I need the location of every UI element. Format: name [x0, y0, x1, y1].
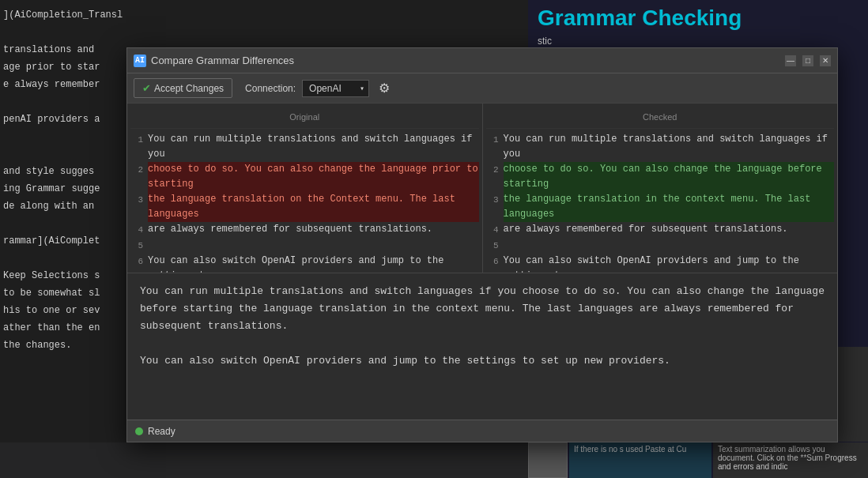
original-header: Original — [130, 108, 479, 129]
bg-line: ing Grammar sugge — [3, 180, 123, 198]
diff-line-chk-2: 2 choose to do so. You can also change t… — [486, 162, 835, 192]
diff-line-orig-6: 6 You can also switch OpenAI providers a… — [130, 254, 479, 273]
settings-button[interactable]: ⚙ — [376, 79, 393, 97]
close-button[interactable]: ✕ — [820, 55, 831, 66]
minimize-button[interactable]: — — [785, 55, 796, 66]
bg-line — [3, 215, 123, 232]
bg-line: ](AiCompletion_Translation.png) — [3, 6, 123, 24]
bottom-blue-panel: If there is no s used Paste at Cu — [569, 442, 711, 478]
connection-select-wrapper[interactable]: OpenAI Anthropic Local — [302, 80, 369, 97]
bg-line: de along with an — [3, 198, 123, 215]
diff-area: Original 1 You can run multiple translat… — [127, 104, 837, 273]
bg-line: age prior to star — [3, 58, 123, 76]
right-panel-title: Grammar Checking — [538, 6, 859, 27]
bottom-thumbnail — [528, 442, 568, 478]
connection-label: Connection: — [245, 83, 296, 94]
bg-line: rammar](AiComplet — [3, 232, 123, 250]
diff-line-chk-5: 5 — [486, 238, 835, 254]
diff-line-orig-5: 5 — [130, 238, 479, 254]
bg-line: Keep Selections s — [3, 267, 123, 284]
diff-panel-original: Original 1 You can run multiple translat… — [127, 104, 483, 273]
diff-panel-checked: Checked 1 You can run multiple translati… — [483, 104, 838, 273]
bg-line: the changes. — [3, 337, 123, 354]
diff-line-chk-6: 6 You can also switch OpenAI providers a… — [486, 254, 835, 273]
background-editor-left: ](AiCompletion_Translation.png) translat… — [0, 0, 126, 478]
bg-line: e always remember — [3, 76, 123, 93]
status-indicator — [135, 427, 143, 435]
bg-line — [3, 250, 123, 267]
accept-changes-button[interactable]: ✔ Accept Changes — [134, 78, 232, 98]
bg-line: his to one or sev — [3, 302, 123, 319]
bottom-right-panel: Text summarization allows you document. … — [713, 442, 868, 478]
connection-select[interactable]: OpenAI Anthropic Local — [302, 80, 369, 97]
window-controls: — □ ✕ — [785, 55, 831, 66]
diff-line-chk-3: 3 the language translation in the contex… — [486, 192, 835, 222]
modal-toolbar: ✔ Accept Changes Connection: OpenAI Anth… — [127, 73, 837, 104]
check-icon: ✔ — [142, 82, 151, 94]
bottom-bar-left — [0, 442, 528, 478]
diff-line-chk-1: 1 You can run multiple translations and … — [486, 132, 835, 162]
diff-line-orig-1: 1 You can run multiple translations and … — [130, 132, 479, 162]
diff-line-chk-4: 4 are always remembered for subsequent t… — [486, 222, 835, 238]
modal-status-bar: Ready — [127, 420, 837, 442]
bg-line — [3, 24, 123, 41]
compare-grammar-dialog: AI Compare Grammar Differences — □ ✕ ✔ A… — [126, 47, 838, 442]
summary-paragraph-1: You can run multiple translations and sw… — [140, 283, 825, 335]
app-icon: AI — [134, 55, 146, 67]
bg-line — [3, 93, 123, 111]
accept-button-label: Accept Changes — [154, 83, 224, 94]
maximize-button[interactable]: □ — [802, 55, 813, 66]
diff-line-orig-2: 2 choose to do so. You can also change t… — [130, 162, 479, 192]
summary-paragraph-2: You can also switch OpenAI providers and… — [140, 352, 825, 370]
modal-titlebar: AI Compare Grammar Differences — □ ✕ — [127, 48, 837, 73]
modal-title: Compare Grammar Differences — [151, 55, 785, 66]
checked-header: Checked — [486, 108, 835, 129]
status-label: Ready — [148, 426, 175, 437]
bg-line — [3, 145, 123, 163]
bg-line: ather than the en — [3, 319, 123, 337]
summary-area: You can run multiple translations and sw… — [127, 273, 837, 420]
bg-line: and style sugges — [3, 163, 123, 180]
bg-line: to be somewhat sl — [3, 284, 123, 302]
diff-line-orig-3: 3 the language translation on the Contex… — [130, 192, 479, 222]
bg-line — [3, 128, 123, 145]
bg-line: translations and — [3, 41, 123, 58]
diff-line-orig-4: 4 are always remembered for subsequent t… — [130, 222, 479, 238]
bg-line: penAI providers a — [3, 111, 123, 128]
